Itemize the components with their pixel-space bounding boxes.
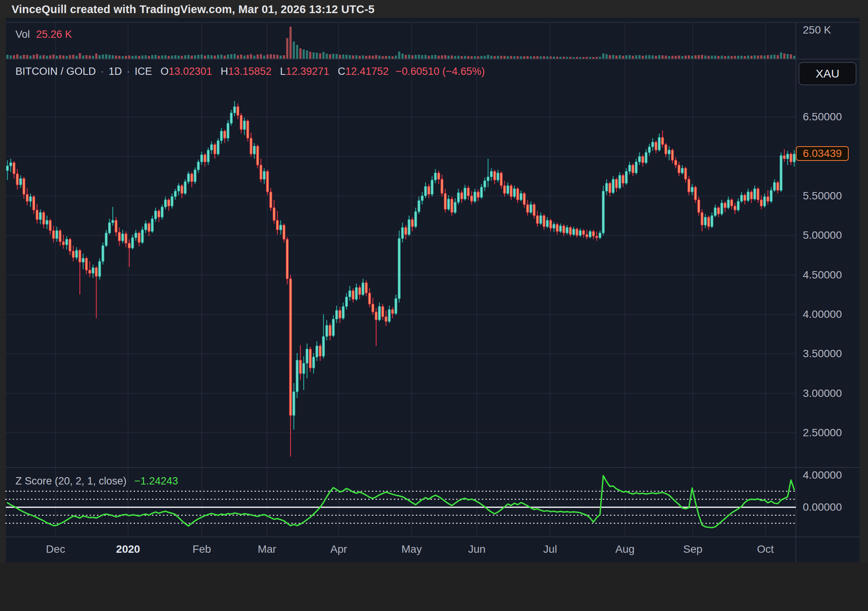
time-axis-label: Oct: [757, 543, 774, 555]
time-axis-label: May: [402, 543, 422, 555]
footer-bar: TradingView: [0, 562, 868, 611]
interval-label: 1D: [109, 66, 122, 77]
time-axis-label: Apr: [330, 543, 347, 555]
open-value: O13.02301: [160, 66, 212, 77]
symbol-legend[interactable]: BITCOIN / GOLD·1D·ICEO13.02301H13.15852L…: [15, 66, 485, 78]
price-axis-label: 2.50000: [803, 427, 842, 439]
price-axis-label: 5.00000: [803, 229, 842, 241]
low-value: L12.39271: [280, 66, 329, 77]
close-value: C12.41752: [338, 66, 388, 77]
tradingview-chart-screenshot: VinceQuill created with TradingView.com,…: [0, 0, 868, 611]
price-axis-label: 4.50000: [803, 269, 842, 281]
currency-toggle-button[interactable]: XAU: [799, 62, 856, 85]
time-axis-label: Feb: [193, 543, 211, 555]
high-value: H13.15852: [221, 66, 272, 77]
zscore-axis-label: 0.00000: [803, 501, 842, 513]
time-axis[interactable]: Dec2020FebMarAprMayJunJulAugSepOct: [6, 537, 860, 562]
time-axis-label: Jul: [543, 543, 557, 555]
price-axis-label: 4.00000: [803, 308, 842, 321]
time-axis-label: Sep: [683, 543, 703, 555]
time-axis-label: Jun: [468, 543, 485, 555]
volume-value: 25.26 K: [36, 29, 72, 40]
legend-separator: ·: [127, 66, 130, 77]
price-axis-label: 3.00000: [803, 387, 842, 400]
zscore-value: −1.24243: [134, 475, 178, 487]
zscore-title: Z Score (20, 2, 1, close): [15, 475, 127, 487]
last-price-badge: 6.03439: [796, 146, 849, 161]
time-axis-label: Mar: [258, 543, 276, 555]
volume-label: Vol: [15, 29, 30, 40]
price-axis-label: 5.50000: [803, 190, 842, 202]
zscore-axis-label: 4.00000: [803, 469, 842, 481]
price-axis-label: 3.50000: [803, 348, 842, 360]
legend-separator: ·: [101, 66, 104, 77]
page-title: VinceQuill created with TradingView.com,…: [12, 3, 375, 16]
zscore-legend[interactable]: Z Score (20, 2, 1, close)−1.24243: [15, 475, 178, 487]
time-axis-label: Aug: [615, 543, 635, 555]
volume-legend: Vol25.26 K: [15, 29, 72, 41]
time-axis-label: Dec: [46, 543, 65, 555]
header-bar: VinceQuill created with TradingView.com,…: [0, 0, 868, 18]
time-axis-label: 2020: [116, 543, 140, 555]
price-axis-label: 6.50000: [803, 111, 842, 123]
change-value: −0.60510 (−4.65%): [396, 66, 485, 77]
volume-axis-label: 250 K: [803, 24, 831, 36]
symbol-name: BITCOIN / GOLD: [15, 66, 96, 77]
exchange-label: ICE: [135, 66, 152, 77]
